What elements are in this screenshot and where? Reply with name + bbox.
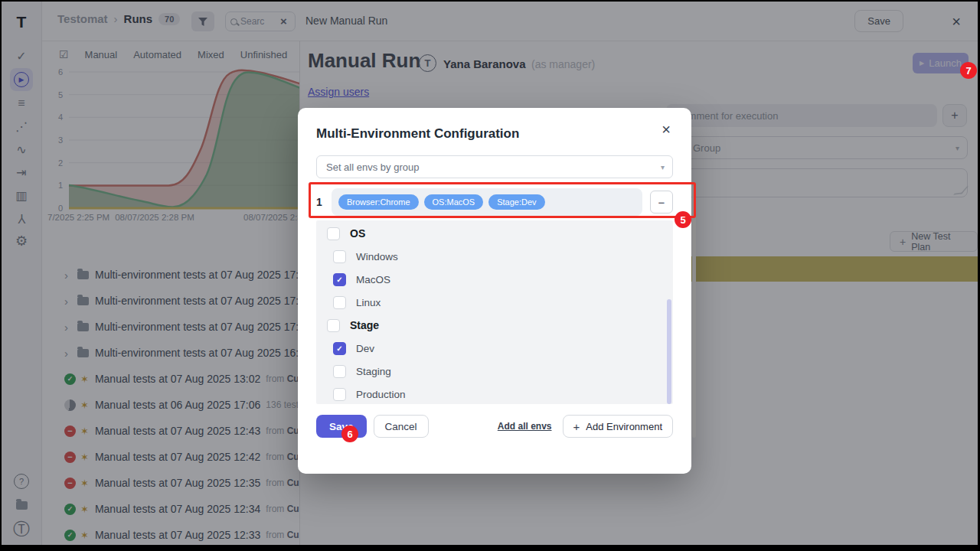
env-option-linux[interactable]: Linux <box>316 291 673 314</box>
env-option-windows[interactable]: Windows <box>316 245 673 268</box>
checkbox[interactable] <box>333 365 346 378</box>
app-screen: T ✓ ▶ ≡ ⋰ ∿ ⇥ ▥ Y ⚙ ? Ⓣ Testomat › Runs … <box>2 2 978 545</box>
env-option-stage[interactable]: Stage <box>316 314 673 337</box>
modal-footer: Save Cancel Add all envs Add Environment <box>316 415 673 438</box>
env-option-production[interactable]: Production <box>316 383 673 404</box>
page-scrollbar[interactable] <box>692 185 696 438</box>
checkbox[interactable] <box>333 296 346 309</box>
add-all-envs-link[interactable]: Add all envs <box>498 421 552 432</box>
environment-options-list: OS Windows MacOS Linux Stage Dev Staging… <box>316 220 673 404</box>
checkbox[interactable] <box>333 273 346 286</box>
checkbox[interactable] <box>333 388 346 401</box>
chevron-down-icon <box>661 163 665 171</box>
env-option-os[interactable]: OS <box>316 222 673 245</box>
modal-title: Multi-Environment Configuration <box>316 126 673 142</box>
env-option-staging[interactable]: Staging <box>316 360 673 383</box>
annotation-step-5: 5 <box>675 211 691 228</box>
modal-cancel-button[interactable]: Cancel <box>374 415 429 438</box>
checkbox[interactable] <box>333 250 346 263</box>
annotation-step-7: 7 <box>960 62 977 79</box>
env-option-macos[interactable]: MacOS <box>316 268 673 291</box>
add-environment-button[interactable]: Add Environment <box>563 415 674 438</box>
modal-close-icon[interactable] <box>656 119 676 139</box>
env-group-select[interactable]: Set all envs by group <box>316 155 673 178</box>
annotation-step-6: 6 <box>341 425 358 442</box>
annotation-highlight-rect <box>309 182 696 218</box>
checkbox[interactable] <box>327 227 340 240</box>
env-option-dev[interactable]: Dev <box>316 337 673 360</box>
checkbox[interactable] <box>333 342 346 355</box>
list-scrollbar[interactable] <box>667 299 671 404</box>
checkbox[interactable] <box>327 319 340 332</box>
multi-environment-modal: Multi-Environment Configuration Set all … <box>298 108 691 474</box>
